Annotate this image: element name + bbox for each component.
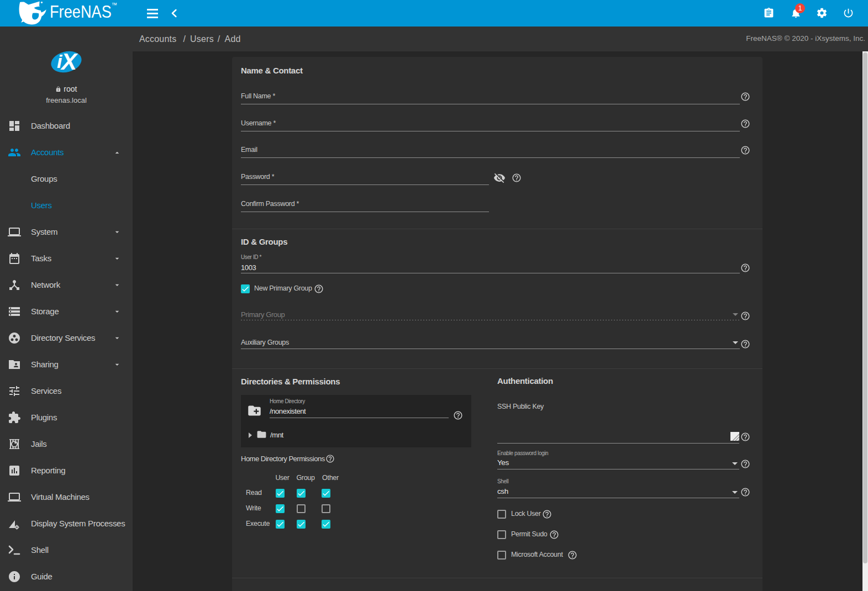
svg-text:X: X — [60, 50, 78, 75]
